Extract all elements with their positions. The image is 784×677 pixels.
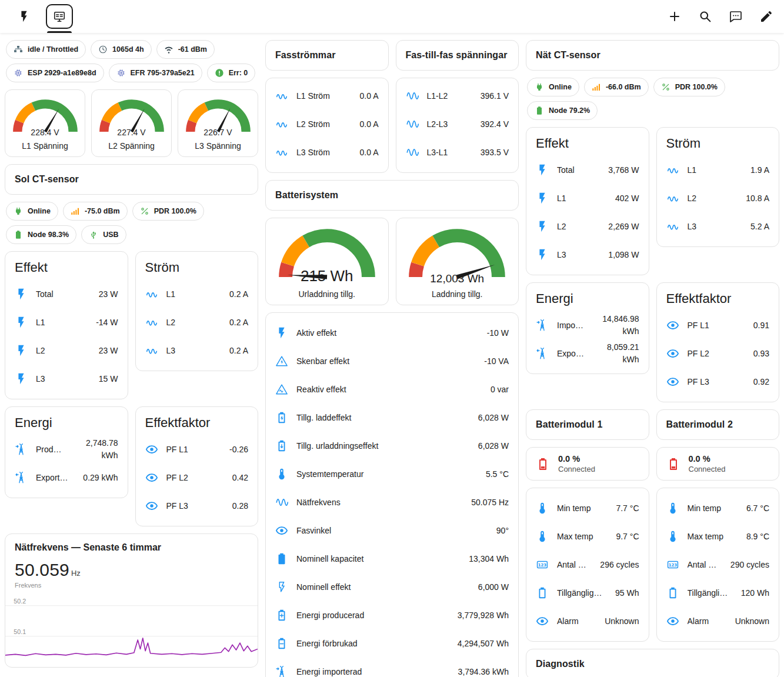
entity-row[interactable]: Nominell kapacitet 13,304 Wh	[275, 545, 509, 573]
entity-row[interactable]: L3 5.2 A	[666, 212, 770, 241]
row-label: L2	[36, 346, 91, 355]
entity-row[interactable]: PF L2 0.42	[145, 463, 249, 492]
entity-row[interactable]: Impo… 14,846.98 kWh	[536, 311, 639, 339]
row-value: -10 W	[487, 327, 509, 339]
entity-row[interactable]: Tillg. urladdningseffekt 6,028 W	[275, 432, 509, 460]
status-chip[interactable]: -75.0 dBm	[63, 202, 128, 221]
entity-row[interactable]: L3-L1 393.5 V	[406, 138, 509, 166]
entity-row[interactable]: Nominell effekt 6,000 W	[275, 573, 509, 601]
entity-row[interactable]: Skenbar effekt -10 VA	[275, 347, 509, 375]
battery-icon	[275, 552, 288, 565]
status-chip[interactable]: Err: 0	[207, 64, 256, 82]
entity-row[interactable]: L1 402 W	[536, 184, 639, 212]
entity-row[interactable]: L2 2,269 W	[536, 212, 639, 241]
row-value: 8,059.21 kWh	[596, 341, 639, 366]
entity-row[interactable]: Prod… 2,748.78 kWh	[15, 435, 118, 463]
entity-row[interactable]: Tillgänglig… 95 Wh	[536, 579, 639, 607]
current-ac-icon	[275, 146, 288, 159]
status-chip[interactable]: 1065d 4h	[91, 40, 152, 59]
entity-row[interactable]: L2-L3 392.4 V	[406, 110, 509, 138]
entity-row[interactable]: Total 3,768 W	[536, 156, 639, 184]
entity-row[interactable]: L2 0.2 A	[145, 308, 249, 336]
entity-row[interactable]: L3 1,098 W	[536, 241, 639, 269]
modul2-soc-card[interactable]: 0.0 % Connected	[656, 447, 780, 481]
status-chip[interactable]: PDR 100.0%	[653, 78, 725, 96]
row-value: Unknown	[605, 615, 639, 628]
signal-icon	[71, 206, 80, 216]
gauge-l1-spanning[interactable]: 228.4 V L1 Spänning	[5, 89, 85, 157]
status-chip[interactable]: ESP 2929-a1e89e8d	[6, 64, 104, 82]
status-chip[interactable]: -61 dBm	[156, 40, 215, 59]
row-label: Tillgängli…	[688, 588, 733, 598]
chip-label: Online	[28, 207, 51, 215]
entity-row[interactable]: L1 -14 W	[15, 308, 118, 336]
plus-icon[interactable]	[668, 9, 682, 24]
entity-row[interactable]: Alarm Unknown	[536, 607, 639, 635]
entity-row[interactable]: PF L1 0.91	[666, 311, 770, 339]
entity-row[interactable]: L1 1.9 A	[666, 156, 770, 184]
status-chip[interactable]: idle / Throttled	[6, 40, 86, 59]
entity-row[interactable]: L1 Ström 0.0 A	[275, 82, 379, 110]
entity-row[interactable]: Energi producerad 3,779,928 Wh	[275, 601, 509, 629]
entity-row[interactable]: Systemtemperatur 5.5 °C	[275, 460, 509, 488]
flash-icon	[536, 220, 549, 233]
entity-row[interactable]: Tillgängli… 120 Wh	[666, 579, 770, 607]
entity-row[interactable]: Total 23 W	[15, 280, 118, 308]
entity-row[interactable]: Max temp 8.9 °C	[666, 522, 770, 551]
entity-row[interactable]: L3 0.2 A	[145, 336, 249, 365]
entity-row[interactable]: L3 Ström 0.0 A	[275, 138, 379, 166]
entity-row[interactable]: Nätfrekvens 50.075 Hz	[275, 488, 509, 516]
entity-row[interactable]: 123 Antal … 296 cycles	[536, 551, 639, 579]
entity-row[interactable]: PF L3 0.92	[666, 368, 770, 396]
row-value: 23 W	[99, 345, 118, 357]
status-chip[interactable]: USB	[81, 225, 126, 244]
status-chip[interactable]: Online	[6, 202, 58, 221]
status-chip[interactable]: -66.0 dBm	[584, 78, 649, 96]
entity-row[interactable]: Min temp 6.7 °C	[666, 494, 770, 522]
entity-row[interactable]: Max temp 9.7 °C	[536, 522, 639, 551]
status-chip[interactable]: Online	[527, 78, 579, 96]
entity-row[interactable]: L3 15 W	[15, 365, 118, 393]
entity-row[interactable]: Fasvinkel 90°	[275, 516, 509, 545]
view-tab[interactable]	[11, 4, 38, 29]
entity-row[interactable]: PF L1 -0.26	[145, 435, 249, 463]
entity-row[interactable]: PF L2 0.93	[666, 339, 770, 368]
modul1-soc-card[interactable]: 0.0 % Connected	[526, 447, 649, 481]
entity-row[interactable]: Export… 0.29 kWh	[15, 463, 118, 492]
entity-row[interactable]: L2 Ström 0.0 A	[275, 110, 379, 138]
frequency-chart-card[interactable]: Nätfrekvens — Senaste 6 timmar 50.059 Hz…	[5, 533, 258, 668]
status-chip[interactable]: Node 98.3%	[6, 225, 76, 244]
gauge-urladdning[interactable]: 215 Wh Urladdning tillg.	[265, 218, 389, 305]
chart-title: Nätfrekvens — Senaste 6 timmar	[5, 542, 258, 553]
entity-row[interactable]: L1-L2 396.1 V	[406, 82, 509, 110]
entity-row[interactable]: Energi importerad 3,794.36 kWh	[275, 658, 509, 677]
entity-row[interactable]: Tillg. laddeffekt 6,028 W	[275, 403, 509, 432]
pencil-icon[interactable]	[759, 9, 773, 24]
signal-icon	[592, 82, 601, 92]
battery-minus-icon	[275, 637, 288, 650]
status-chip[interactable]: Node 79.2%	[527, 101, 598, 120]
status-chip[interactable]: EFR 795-379a5e21	[109, 64, 202, 82]
entity-row[interactable]: Aktiv effekt -10 W	[275, 319, 509, 347]
chat-icon[interactable]	[729, 9, 743, 24]
row-label: Prod…	[36, 445, 66, 454]
gauge-laddning[interactable]: 12,003 Wh Laddning tillg.	[396, 218, 519, 305]
entity-row[interactable]: Min temp 7.7 °C	[536, 494, 639, 522]
entity-row[interactable]: 123 Antal … 290 cycles	[666, 551, 770, 579]
gauge-l3-spanning[interactable]: 226.7 V L3 Spänning	[178, 89, 258, 157]
entity-row[interactable]: L1 0.2 A	[145, 280, 249, 308]
entity-row[interactable]: L2 23 W	[15, 336, 118, 365]
entity-row[interactable]: Expo… 8,059.21 kWh	[536, 339, 639, 368]
chip-label: Node 79.2%	[549, 106, 590, 115]
status-chip[interactable]: PDR 100.0%	[132, 202, 204, 221]
row-value: 6,000 W	[478, 581, 509, 593]
entity-row[interactable]: PF L3 0.28	[145, 492, 249, 520]
entity-row[interactable]: Energi förbrukad 4,294,507 Wh	[275, 629, 509, 658]
view-tab[interactable]	[46, 4, 73, 29]
svg-text:123: 123	[538, 563, 547, 568]
gauge-l2-spanning[interactable]: 227.4 V L2 Spänning	[91, 89, 172, 157]
entity-row[interactable]: L2 10.8 A	[666, 184, 770, 212]
magnify-icon[interactable]	[698, 9, 712, 24]
entity-row[interactable]: Reaktiv effekt 0 var	[275, 375, 509, 403]
entity-row[interactable]: Alarm Unknown	[666, 607, 770, 635]
